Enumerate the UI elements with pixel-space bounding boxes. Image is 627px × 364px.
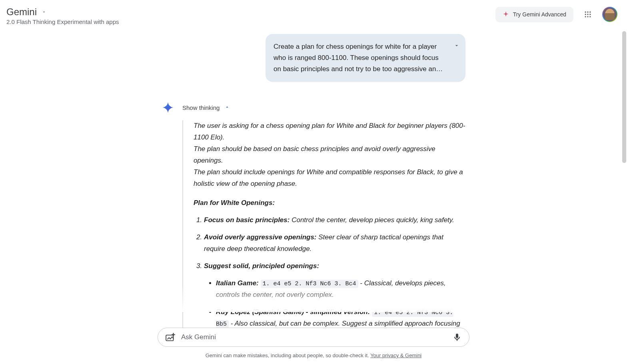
sub2-name: Ruy Lopez (Spanish Game) - simplified ve… bbox=[216, 308, 370, 316]
caret-down-icon bbox=[42, 10, 46, 14]
model-subtitle: 2.0 Flash Thinking Experimental with app… bbox=[6, 18, 119, 25]
microphone-button[interactable] bbox=[452, 332, 462, 342]
list-item: Focus on basic principles: Control the c… bbox=[204, 215, 465, 226]
svg-point-0 bbox=[585, 12, 586, 13]
apps-grid-icon bbox=[584, 10, 592, 18]
item1-rest: Control the center, develop pieces quick… bbox=[290, 216, 454, 224]
white-openings-title: Plan for White Openings: bbox=[194, 197, 465, 209]
svg-point-4 bbox=[587, 14, 588, 15]
sub1-name: Italian Game: bbox=[216, 279, 259, 287]
thinking-intro-3: The plan should include openings for Whi… bbox=[194, 167, 465, 190]
svg-point-6 bbox=[585, 16, 586, 17]
show-thinking-label: Show thinking bbox=[182, 104, 220, 111]
thinking-intro-2: The plan should be based on basic chess … bbox=[194, 143, 465, 167]
chevron-down-icon bbox=[453, 42, 460, 49]
chevron-up-icon bbox=[224, 104, 230, 110]
thinking-content: The user is asking for a chess opening p… bbox=[182, 120, 465, 341]
add-image-icon bbox=[165, 332, 176, 342]
item3-bold: Suggest solid, principled openings: bbox=[204, 262, 319, 270]
header-left: Gemini 2.0 Flash Thinking Experimental w… bbox=[6, 6, 119, 25]
brand-title: Gemini bbox=[6, 6, 37, 18]
expand-prompt-button[interactable] bbox=[453, 41, 460, 52]
input-bar[interactable] bbox=[158, 328, 469, 347]
google-apps-button[interactable] bbox=[580, 6, 596, 22]
list-item: Avoid overly aggressive openings: Steer … bbox=[204, 232, 465, 255]
prompt-input[interactable] bbox=[181, 333, 447, 341]
thinking-intro-1: The user is asking for a chess opening p… bbox=[194, 120, 465, 143]
account-avatar[interactable] bbox=[602, 7, 617, 22]
scrollbar-track[interactable] bbox=[621, 0, 627, 364]
header: Gemini 2.0 Flash Thinking Experimental w… bbox=[0, 0, 627, 28]
model-dropdown-caret[interactable] bbox=[40, 8, 48, 16]
scrollbar-thumb[interactable] bbox=[622, 31, 626, 163]
conversation-area: Create a plan for chess openings for whi… bbox=[158, 34, 469, 362]
item2-bold: Avoid overly aggressive openings: bbox=[204, 233, 317, 241]
avatar-image bbox=[603, 8, 617, 21]
svg-point-7 bbox=[587, 16, 588, 17]
gemini-logo-icon bbox=[162, 101, 174, 114]
disclaimer-text: Gemini can make mistakes, including abou… bbox=[206, 352, 370, 358]
svg-point-1 bbox=[587, 12, 588, 13]
user-message-bubble[interactable]: Create a plan for chess openings for whi… bbox=[266, 34, 465, 82]
svg-point-5 bbox=[589, 14, 591, 15]
white-plan-list: Focus on basic principles: Control the c… bbox=[194, 215, 465, 341]
try-gemini-advanced-button[interactable]: Try Gemini Advanced bbox=[495, 7, 573, 22]
disclaimer: Gemini can make mistakes, including abou… bbox=[0, 352, 627, 358]
input-area: Gemini can make mistakes, including abou… bbox=[0, 328, 627, 364]
list-item: Italian Game: 1. e4 e5 2. Nf3 Nc6 3. Bc4… bbox=[216, 278, 465, 301]
svg-point-3 bbox=[585, 14, 586, 15]
microphone-icon bbox=[452, 332, 462, 342]
header-right: Try Gemini Advanced bbox=[495, 6, 617, 22]
show-thinking-toggle[interactable]: Show thinking bbox=[182, 104, 230, 111]
brand-row[interactable]: Gemini bbox=[6, 6, 119, 18]
try-advanced-label: Try Gemini Advanced bbox=[513, 11, 566, 18]
sparkle-icon bbox=[503, 11, 509, 18]
user-message-row: Create a plan for chess openings for whi… bbox=[162, 34, 465, 82]
response-header-row: Show thinking bbox=[162, 101, 465, 114]
add-image-button[interactable] bbox=[165, 332, 176, 342]
svg-point-2 bbox=[589, 12, 591, 13]
sub1-code: 1. e4 e5 2. Nf3 Nc6 3. Bc4 bbox=[261, 280, 358, 288]
user-message-text: Create a plan for chess openings for whi… bbox=[274, 43, 443, 73]
privacy-link[interactable]: Your privacy & Gemini bbox=[370, 352, 421, 358]
svg-point-8 bbox=[589, 16, 591, 17]
item1-bold: Focus on basic principles: bbox=[204, 216, 290, 224]
thinking-toggle-caret bbox=[224, 104, 230, 111]
